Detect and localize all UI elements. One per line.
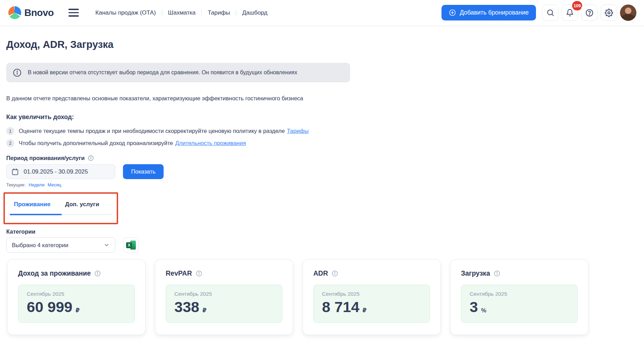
metric-unit: ₽ (363, 308, 367, 314)
step-text: Оцените текущие темпы продаж и при необх… (19, 128, 308, 134)
metric-value: 338 (174, 300, 199, 314)
step-number: 1 (6, 127, 14, 135)
nav-item-tariffs[interactable]: Тарифы (208, 9, 230, 16)
date-range-picker[interactable] (6, 164, 115, 179)
date-range-input[interactable] (23, 168, 110, 176)
main-nav: Каналы продаж (ОТА) Шахматка Тарифы Дашб… (96, 9, 267, 16)
info-icon[interactable] (332, 270, 338, 277)
bnovo-logo-icon (8, 6, 21, 19)
intro-text: В данном отчете представлены основные по… (6, 95, 644, 102)
notifications-button[interactable]: 109 (562, 5, 578, 21)
tab-underline (10, 214, 113, 215)
categories-controls: Выбрано 4 категории (6, 237, 644, 253)
card-revpar: RevPAR Сентябрь 2025 338 ₽ (155, 259, 293, 335)
metric-value: 8 714 (322, 300, 360, 314)
export-excel-button[interactable] (123, 237, 139, 253)
period-label: Период проживания/услуги (6, 155, 85, 161)
quick-period-row: Текущие: Неделя Месяц (6, 182, 644, 187)
gear-icon (605, 9, 613, 17)
report-tabs: Проживание Доп. услуги (5, 201, 113, 208)
tariffs-link[interactable]: Тарифы (287, 128, 308, 134)
question-icon (585, 9, 594, 17)
brand-name: Bnovo (24, 7, 54, 18)
info-icon (13, 68, 22, 77)
length-of-stay-link[interactable]: Длительность проживания (175, 140, 246, 146)
nav-item-dashboard[interactable]: Дашборд (242, 9, 267, 16)
chevron-down-icon (104, 242, 110, 248)
add-booking-label: Добавить бронирование (460, 9, 529, 16)
info-icon[interactable] (196, 270, 202, 277)
notifications-badge: 109 (572, 1, 582, 10)
card-title: Доход за проживание (18, 269, 91, 277)
info-icon[interactable] (94, 270, 101, 277)
card-adr: ADR Сентябрь 2025 8 714 ₽ (303, 259, 441, 335)
metric-unit: ₽ (76, 308, 80, 314)
categories-select[interactable]: Выбрано 4 категории (6, 237, 115, 253)
header-icon-bar: 109 (542, 5, 617, 21)
search-button[interactable] (542, 5, 559, 21)
step-item-1: 1 Оцените текущие темпы продаж и при нео… (6, 127, 644, 135)
tab-accommodation[interactable]: Проживание (14, 201, 50, 208)
current-label: Текущие: (6, 182, 26, 187)
report-page: Доход, ADR, Загрузка В новой версии отче… (0, 39, 644, 335)
metric-period: Сентябрь 2025 (470, 291, 569, 297)
metric-panel: Сентябрь 2025 3 % (461, 285, 578, 323)
month-link[interactable]: Месяц (48, 182, 61, 187)
info-icon[interactable] (88, 155, 94, 161)
annotation-red-box: Проживание Доп. услуги (3, 192, 118, 224)
calendar-icon (11, 168, 19, 175)
card-revenue: Доход за проживание Сентябрь 2025 60 999… (7, 259, 146, 335)
step-text: Чтобы получить дополнительный доход проа… (19, 140, 246, 146)
tab-extra-services[interactable]: Доп. услуги (65, 201, 99, 208)
metric-cards: Доход за проживание Сентябрь 2025 60 999… (7, 259, 644, 335)
categories-selected-value: Выбрано 4 категории (12, 242, 68, 249)
nav-divider (201, 9, 202, 16)
page-title: Доход, ADR, Загрузка (6, 39, 644, 50)
card-title: ADR (313, 269, 328, 277)
nav-divider (236, 9, 236, 16)
excel-icon (126, 241, 136, 250)
period-controls: Показать (6, 164, 644, 179)
bell-icon (566, 9, 574, 17)
search-icon (546, 9, 554, 17)
categories-label: Категории (6, 228, 644, 235)
metric-panel: Сентябрь 2025 60 999 ₽ (18, 285, 135, 323)
version-notice-banner: В новой версии отчета отсутствует выбор … (6, 63, 350, 82)
step-item-2: 2 Чтобы получить дополнительный доход пр… (6, 139, 644, 147)
plus-circle-icon (449, 9, 456, 16)
nav-item-chessboard[interactable]: Шахматка (168, 9, 196, 16)
card-title: RevPAR (166, 269, 192, 277)
banner-text: В новой версии отчета отсутствует выбор … (28, 69, 297, 76)
metric-panel: Сентябрь 2025 8 714 ₽ (313, 285, 430, 323)
metric-panel: Сентябрь 2025 338 ₽ (166, 285, 282, 323)
metric-value: 60 999 (27, 300, 73, 314)
show-button[interactable]: Показать (123, 164, 164, 179)
metric-value: 3 (470, 300, 478, 314)
period-label-row: Период проживания/услуги (6, 155, 644, 161)
card-occupancy: Загрузка Сентябрь 2025 3 % (450, 259, 588, 335)
metric-period: Сентябрь 2025 (27, 291, 126, 297)
card-title: Загрузка (461, 269, 490, 277)
week-link[interactable]: Неделя (29, 182, 44, 187)
top-navbar: Bnovo Каналы продаж (ОТА) Шахматка Тариф… (0, 0, 644, 25)
help-button[interactable] (581, 5, 597, 21)
bnovo-logo[interactable]: Bnovo (8, 6, 54, 19)
nav-item-sales-channels[interactable]: Каналы продаж (ОТА) (96, 9, 156, 16)
metric-unit: ₽ (203, 308, 207, 314)
settings-button[interactable] (601, 5, 617, 21)
info-icon[interactable] (494, 270, 500, 277)
hamburger-menu-icon[interactable] (68, 9, 79, 16)
step-number: 2 (6, 139, 14, 147)
how-to-heading: Как увеличить доход: (6, 114, 644, 121)
user-avatar[interactable] (620, 5, 636, 21)
metric-unit: % (481, 308, 486, 314)
metric-period: Сентябрь 2025 (174, 291, 274, 297)
metric-period: Сентябрь 2025 (322, 291, 421, 297)
nav-divider (162, 9, 162, 16)
add-booking-button[interactable]: Добавить бронирование (441, 5, 536, 20)
